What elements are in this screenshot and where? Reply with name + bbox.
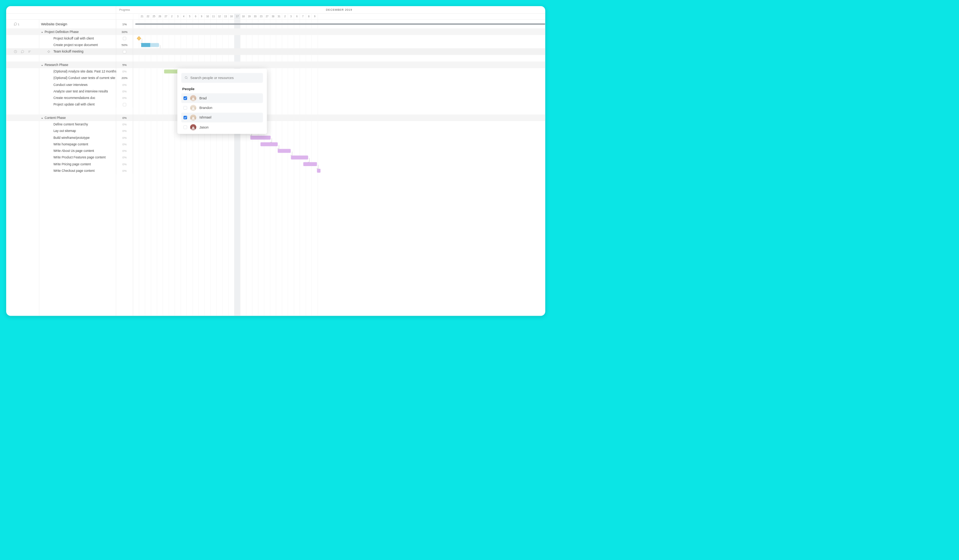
clock-icon[interactable] bbox=[14, 50, 17, 53]
task-progress: 0% bbox=[116, 88, 133, 94]
task-label: Project Definition Phase bbox=[44, 30, 79, 33]
person-checkbox[interactable] bbox=[183, 96, 187, 100]
date-cell: 23 bbox=[258, 14, 264, 20]
task-label: Write Product Features page content bbox=[53, 156, 105, 159]
avatar bbox=[190, 124, 196, 130]
task-row[interactable]: Write homepage content bbox=[53, 141, 88, 147]
date-cell: 16 bbox=[228, 14, 234, 20]
project-progress: 1% bbox=[116, 20, 133, 28]
date-cell: 5 bbox=[186, 14, 193, 20]
task-row[interactable]: Conduct user interviews bbox=[53, 81, 87, 88]
task-progress: 0% bbox=[116, 121, 133, 128]
date-cell: 21 bbox=[139, 14, 145, 20]
date-cell: 8 bbox=[306, 14, 312, 20]
task-label: Lay out sitemap bbox=[53, 129, 76, 133]
task-progress: 0% bbox=[116, 148, 133, 154]
task-row[interactable]: Write Checkout page content bbox=[53, 167, 94, 174]
comments-badge[interactable]: 1 bbox=[14, 22, 20, 26]
date-cell: 30 bbox=[270, 14, 276, 20]
task-progress: 5% bbox=[116, 61, 133, 68]
date-cell: 6 bbox=[193, 14, 199, 20]
task-label: Project kickoff call with client bbox=[53, 36, 94, 40]
date-cell bbox=[318, 14, 324, 20]
notes-icon[interactable] bbox=[28, 50, 31, 53]
task-row[interactable]: Write About Us page content bbox=[53, 148, 94, 154]
task-row[interactable]: Project kickoff call with client bbox=[53, 35, 94, 41]
milestone-checkbox[interactable] bbox=[123, 37, 126, 40]
date-cell: 27 bbox=[163, 14, 169, 20]
date-cell: 2 bbox=[282, 14, 288, 20]
task-progress: 0% bbox=[116, 95, 133, 101]
avatar bbox=[190, 114, 196, 120]
task-progress: 0% bbox=[116, 81, 133, 88]
task-progress: 0% bbox=[116, 68, 133, 75]
task-row[interactable]: Lay out sitemap bbox=[53, 128, 76, 134]
task-row[interactable]: Create project scope document bbox=[53, 42, 98, 48]
date-cell: 13 bbox=[222, 14, 229, 20]
people-list-item[interactable]: Brad bbox=[181, 93, 263, 103]
project-title[interactable]: Website Design bbox=[41, 20, 67, 28]
date-cell: 10 bbox=[204, 14, 211, 20]
task-progress: 20% bbox=[116, 75, 133, 81]
progress-column-header: Progress bbox=[116, 6, 133, 14]
chevron-down-icon[interactable] bbox=[41, 117, 43, 119]
task-row[interactable]: Project update call with client bbox=[53, 101, 95, 108]
search-box[interactable] bbox=[181, 73, 263, 82]
avatar bbox=[190, 95, 196, 101]
task-row[interactable]: Write Product Features page content bbox=[53, 154, 105, 161]
task-row[interactable]: Build wireframe/prototype bbox=[53, 134, 90, 141]
progress-column-spacer bbox=[116, 14, 133, 20]
people-list-item[interactable]: Ishmael bbox=[181, 113, 263, 122]
task-label: Write About Us page content bbox=[53, 149, 94, 153]
chevron-down-icon[interactable] bbox=[41, 31, 43, 33]
task-label: Team kickoff meeting bbox=[53, 50, 83, 53]
people-list-item[interactable]: Brandon bbox=[181, 103, 263, 113]
date-cell: 9 bbox=[199, 14, 205, 20]
person-checkbox[interactable] bbox=[183, 125, 187, 129]
task-row[interactable]: Create recommendations doc bbox=[53, 95, 95, 101]
task-label: (Optional) Conduct user tests of current… bbox=[53, 76, 115, 80]
timeline-date-band: 2122252627234569101112131617181920232730… bbox=[133, 14, 545, 20]
task-row[interactable]: (Optional) Conduct user tests of current… bbox=[53, 75, 115, 81]
drag-handle-icon[interactable] bbox=[47, 50, 50, 53]
task-row[interactable]: Write Pricing page content bbox=[53, 161, 91, 167]
avatar bbox=[190, 105, 196, 111]
task-label: (Optional) Analyze site data: Past 12 mo… bbox=[53, 70, 117, 73]
group-row[interactable]: Project Definition Phase bbox=[41, 28, 79, 35]
task-row[interactable]: Define content hierarchy bbox=[53, 121, 88, 128]
group-row[interactable]: Research Phase bbox=[41, 61, 68, 68]
task-label: Project update call with client bbox=[53, 103, 95, 106]
date-cell: 20 bbox=[252, 14, 258, 20]
person-name: Jason bbox=[199, 125, 209, 129]
task-row[interactable]: Analyze user test and interview results bbox=[53, 88, 108, 94]
search-icon bbox=[185, 76, 188, 80]
person-checkbox[interactable] bbox=[183, 106, 187, 110]
task-progress: 30% bbox=[116, 28, 133, 35]
date-cell: 9 bbox=[311, 14, 318, 20]
date-cell: 18 bbox=[240, 14, 246, 20]
milestone-checkbox[interactable] bbox=[123, 50, 126, 53]
person-name: Brad bbox=[199, 96, 207, 100]
person-checkbox[interactable] bbox=[183, 116, 187, 119]
task-label: Write homepage content bbox=[53, 142, 88, 146]
task-progress: 0% bbox=[116, 128, 133, 134]
task-label: Research Phase bbox=[44, 63, 68, 66]
task-progress: 50% bbox=[116, 42, 133, 48]
header-spacer bbox=[6, 6, 116, 14]
people-list-item[interactable]: Jason bbox=[181, 122, 263, 132]
date-cell: 7 bbox=[300, 14, 306, 20]
task-row[interactable]: (Optional) Analyze site data: Past 12 mo… bbox=[53, 68, 117, 75]
group-row[interactable]: Content Phase bbox=[41, 114, 66, 121]
date-cell: 12 bbox=[216, 14, 222, 20]
task-row[interactable]: Team kickoff meeting bbox=[53, 48, 83, 55]
date-cell: 6 bbox=[294, 14, 300, 20]
svg-line-10 bbox=[187, 78, 188, 79]
date-cell: 22 bbox=[145, 14, 151, 20]
chat-icon[interactable] bbox=[21, 50, 24, 53]
milestone-checkbox[interactable] bbox=[123, 103, 126, 106]
people-search-input[interactable] bbox=[190, 76, 260, 80]
date-cell bbox=[133, 14, 139, 20]
date-cell: 3 bbox=[288, 14, 294, 20]
chevron-down-icon[interactable] bbox=[41, 64, 43, 66]
person-name: Ishmael bbox=[199, 115, 211, 119]
